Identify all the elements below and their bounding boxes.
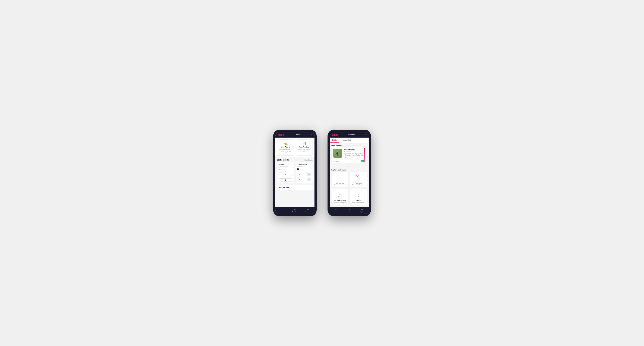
svg-line-5: [338, 153, 339, 153]
nav-home-label-2: Home: [334, 211, 338, 213]
approach-title: Approach: [355, 182, 362, 184]
off-tee-icon-area: [336, 173, 344, 181]
svg-line-28: [358, 195, 358, 196]
featured-footer: ◎ 9 shots APP: [332, 159, 367, 163]
putt-val-cell: PUTT 4: [307, 176, 311, 181]
tabs-bar: Drills Favourites: [330, 138, 369, 143]
phone-home: clippd Home ≡ ⛳ Add Round Record your sh…: [273, 130, 317, 216]
activities-icon: ✦: [294, 208, 296, 211]
add-practice-icon: 📋: [302, 141, 306, 145]
dot-1[interactable]: [347, 166, 348, 167]
practice-value: 0: [279, 178, 293, 182]
putt-value: 4: [307, 178, 311, 181]
tournament-value: 0: [279, 173, 293, 176]
activity-section-header: Last 3 Months View Activity: [276, 158, 314, 162]
app-logo-2: clippd: [332, 133, 338, 136]
skill-putting[interactable]: Putting Make and lag practice: [350, 189, 367, 205]
dot-3[interactable]: [350, 166, 351, 167]
drill-desc: Play 1 shot at each target yardage. If y…: [344, 153, 365, 158]
tournament-cell: Tournament 0: [279, 172, 293, 176]
nav-capture[interactable]: ⊕ Capture: [302, 208, 314, 213]
skill-approach[interactable]: Approach Dial-in to hit the green: [350, 172, 367, 187]
carousel-dots: [330, 165, 369, 168]
approach-icon-area: [354, 173, 362, 181]
app-logo: clippd: [278, 133, 284, 136]
menu-icon-2[interactable]: ≡: [365, 133, 366, 136]
category-bar: [364, 148, 365, 163]
svg-line-3: [337, 154, 338, 156]
rounds-grid: Tournament 0 Practice 0: [279, 172, 293, 182]
off-tee-title: Off The Tee: [336, 182, 344, 184]
last-3-months-title: Last 3 Months: [277, 159, 289, 161]
practice-content: Drills Favourites Most Popular: [330, 138, 369, 207]
capture-icon: ⊕: [307, 208, 309, 211]
tab-drills[interactable]: Drills: [330, 138, 339, 143]
ott-cell: OTT 0: [297, 172, 301, 176]
svg-line-30: [358, 193, 359, 194]
drills-capture-label: Drills Capture: [297, 166, 311, 167]
nav-home-2[interactable]: ⌂ Home: [330, 208, 343, 213]
golf-bag-row[interactable]: My Golf Bag ›: [277, 184, 313, 190]
svg-point-22: [358, 196, 359, 197]
off-tee-desc: Power and accuracy: [334, 184, 346, 185]
svg-line-29: [358, 194, 359, 195]
add-practice-desc: Capture your practice off-the-course: [297, 149, 311, 152]
explore-header: Explore skill areas: [330, 168, 369, 172]
app-header-practice: clippd Practice ≡: [330, 132, 369, 138]
around-green-icon-area: [336, 191, 344, 199]
svg-point-7: [340, 180, 340, 180]
app-cell: [302, 172, 306, 176]
skill-off-the-tee[interactable]: Off The Tee Power and accuracy: [332, 172, 348, 187]
bottom-nav-practice: ⌂ Home ✦ Activities ⊕ Capture: [330, 207, 369, 214]
chevron-right-icon: ›: [310, 186, 310, 188]
app-value: 4: [307, 173, 311, 176]
drills-box: Practice Drills Drills Capture 8 OTT 0 A…: [296, 162, 313, 183]
add-practice-card[interactable]: 📋 Add Practice Capture your practice off…: [296, 139, 313, 156]
add-round-icon: ⛳: [284, 141, 288, 145]
tab-favourites[interactable]: Favourites: [339, 138, 354, 143]
skill-around-green[interactable]: Around The Green Hone your short game: [332, 189, 348, 205]
around-green-title: Around The Green: [334, 199, 346, 201]
rounds-title: Rounds: [279, 164, 293, 165]
shots-info: ◎ 9 shots: [333, 160, 339, 162]
featured-drill-card[interactable]: Wedge Ladder ☆ 50–100 yds Play 1 shot at…: [332, 147, 367, 164]
drills-title: Practice Drills: [297, 164, 311, 165]
home-icon: ⌂: [281, 208, 282, 211]
dot-2[interactable]: [349, 166, 350, 167]
featured-drill-info: Wedge Ladder ☆ 50–100 yds Play 1 shot at…: [344, 149, 365, 158]
most-popular-header: Most Popular: [330, 143, 369, 147]
app-badge: APP: [361, 160, 365, 162]
putting-title: Putting: [356, 199, 361, 201]
add-round-card[interactable]: ⛳ Add Round Record your shots in fast or…: [277, 139, 294, 156]
nav-capture-label: Capture: [305, 211, 310, 213]
stats-container: Rounds Rounds Capture 0 Tournament 0 Pra…: [276, 162, 314, 184]
putting-desc: Make and lag practice: [352, 201, 364, 203]
menu-icon[interactable]: ≡: [311, 133, 312, 136]
activities-icon-2: ✦: [348, 208, 350, 211]
home-content: ⛳ Add Round Record your shots in fast or…: [276, 138, 314, 207]
nav-capture-label-2: Capture: [360, 211, 365, 213]
arg-value: 0: [297, 178, 301, 181]
drill-title: Wedge Ladder: [344, 149, 355, 150]
practice-cell: Practice 0: [279, 177, 293, 182]
nav-home[interactable]: ⌂ Home: [276, 208, 288, 213]
ott-value: 0: [297, 173, 301, 176]
bottom-nav-home: ⌂ Home ✦ Activities ⊕ Capture: [276, 207, 314, 214]
app-title-practice: Practice: [348, 134, 356, 136]
add-practice-title: Add Practice: [299, 146, 309, 148]
nav-home-label: Home: [280, 211, 284, 213]
putt-cell: [302, 176, 306, 181]
nav-capture-2[interactable]: ⊕ Capture: [356, 208, 369, 213]
add-round-desc: Record your shots in fast or enhanced mo…: [279, 149, 292, 154]
arg-cell: ARG 0: [297, 176, 301, 181]
nav-activities-2[interactable]: ✦ Activities: [343, 208, 356, 213]
featured-drill-image: [333, 149, 342, 158]
nav-activities-label: Activities: [292, 211, 298, 213]
view-activity-link[interactable]: View Activity: [304, 159, 312, 161]
action-cards: ⛳ Add Round Record your shots in fast or…: [276, 138, 314, 158]
phone-practice: clippd Practice ≡ Drills Favourites Most…: [328, 130, 371, 216]
nav-activities[interactable]: ✦ Activities: [288, 208, 302, 213]
app-header-home: clippd Home ≡: [276, 132, 314, 138]
rounds-big-number: 0: [279, 167, 293, 171]
svg-point-9: [358, 178, 359, 179]
